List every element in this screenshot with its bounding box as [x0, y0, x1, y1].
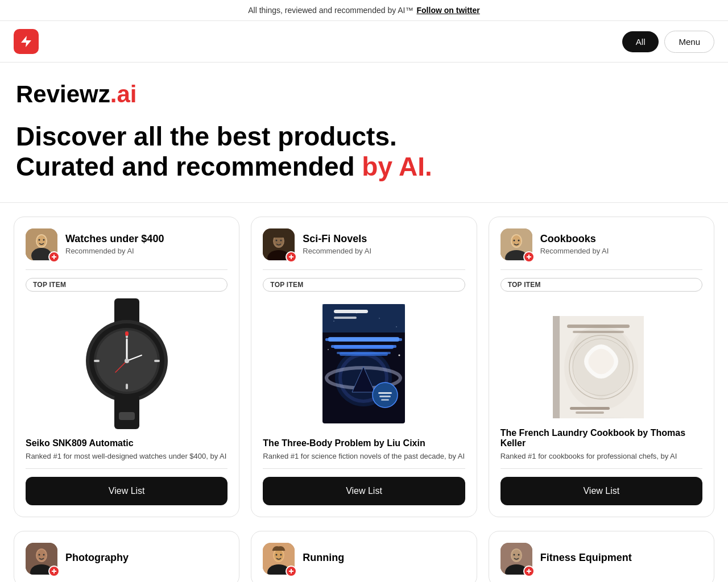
avatar-wrap-photography — [26, 543, 57, 575]
avatar-wrap-scifi — [263, 228, 295, 260]
avatar-badge-watches — [48, 251, 60, 263]
cookbooks-product-desc: Ranked #1 for cookbooks for professional… — [500, 452, 702, 460]
card-cookbooks: Cookbooks Recommended by AI TOP ITEM — [489, 217, 714, 517]
avatar-wrap-cookbooks — [500, 228, 532, 260]
top-banner: All things, reviewed and recommended by … — [0, 0, 728, 21]
headline-line1: Discover all the best products. — [16, 122, 712, 152]
svg-rect-51 — [379, 396, 391, 397]
card-watches-divider2 — [26, 468, 228, 469]
card-watches-title: Watches under $400 — [65, 233, 164, 245]
plus-icon-running — [288, 568, 294, 574]
svg-rect-47 — [334, 345, 394, 349]
avatar-badge-running — [286, 566, 297, 577]
watches-product-name: Seiko SNK809 Automatic — [26, 438, 228, 448]
svg-point-18 — [125, 359, 129, 363]
partial-card-running-header: Running — [263, 543, 465, 575]
partial-card-running-title: Running — [303, 552, 344, 564]
card-scifi-title: Sci-Fi Novels — [303, 233, 371, 245]
headline-plain: Curated and recommended — [16, 152, 362, 181]
cards-grid: Watches under $400 Recommended by AI TOP… — [0, 203, 728, 531]
plus-icon-photography — [51, 568, 57, 574]
avatar-badge-scifi — [286, 251, 297, 263]
card-cookbooks-divider1 — [500, 269, 702, 270]
top-item-badge-cookbooks: TOP ITEM — [500, 278, 702, 292]
cookbooks-view-list-btn[interactable]: View List — [500, 477, 702, 505]
svg-point-86 — [513, 554, 515, 555]
svg-point-33 — [328, 349, 329, 350]
card-watches-info: Watches under $400 Recommended by AI — [65, 233, 164, 255]
twitter-follow-link[interactable]: Follow on twitter — [417, 6, 480, 15]
plus-icon-fitness — [526, 568, 532, 574]
scifi-book-svg — [322, 304, 405, 423]
watches-view-list-btn[interactable]: View List — [26, 477, 228, 505]
card-watches-image — [26, 298, 228, 429]
svg-point-26 — [276, 239, 278, 241]
svg-point-74 — [39, 554, 40, 555]
card-scifi-image — [263, 298, 465, 429]
avatar-badge-fitness — [523, 566, 535, 577]
svg-point-27 — [280, 239, 282, 241]
svg-point-4 — [39, 239, 40, 240]
card-cookbooks-header: Cookbooks Recommended by AI — [500, 228, 702, 260]
svg-rect-67 — [570, 407, 610, 410]
partial-card-fitness-info: Fitness Equipment — [540, 552, 632, 566]
svg-point-5 — [43, 239, 45, 240]
card-scifi-divider1 — [263, 269, 465, 270]
avatar-badge-cookbooks — [523, 251, 535, 263]
svg-rect-45 — [334, 317, 357, 319]
svg-rect-12 — [126, 384, 128, 389]
top-item-badge-scifi: TOP ITEM — [263, 278, 465, 292]
svg-point-58 — [518, 239, 519, 241]
bolt-icon — [19, 35, 33, 48]
svg-rect-48 — [340, 352, 388, 356]
logo-icon[interactable] — [14, 29, 39, 54]
scifi-product-name: The Three-Body Problem by Liu Cixin — [263, 438, 465, 448]
partial-card-photography: Photography — [14, 531, 239, 582]
partial-card-fitness-title: Fitness Equipment — [540, 552, 632, 564]
card-cookbooks-divider2 — [500, 468, 702, 469]
headline-highlight: by AI. — [362, 152, 432, 181]
svg-rect-14 — [94, 360, 100, 362]
scifi-view-list-btn[interactable]: View List — [263, 477, 465, 505]
partial-card-running: Running — [251, 531, 477, 582]
card-scifi: Sci-Fi Novels Recommended by AI TOP ITEM — [251, 217, 477, 517]
plus-icon-cookbooks — [526, 254, 532, 260]
svg-point-81 — [280, 554, 282, 555]
card-watches-subtitle: Recommended by AI — [65, 247, 164, 255]
card-cookbooks-info: Cookbooks Recommended by AI — [540, 233, 609, 255]
watch-svg — [70, 298, 184, 429]
svg-rect-19 — [125, 331, 129, 336]
svg-rect-44 — [334, 310, 368, 313]
watches-product-desc: Ranked #1 for most well-designed watches… — [26, 452, 228, 460]
card-watches-header: Watches under $400 Recommended by AI — [26, 228, 228, 260]
avatar-wrap-fitness — [500, 543, 532, 575]
card-cookbooks-subtitle: Recommended by AI — [540, 247, 609, 255]
scifi-product-desc: Ranked #1 for science fiction novels of … — [263, 452, 465, 460]
avatar-badge-photography — [48, 566, 60, 577]
svg-point-87 — [518, 554, 519, 555]
avatar-wrap-running — [263, 543, 295, 575]
nav-right: All Menu — [622, 31, 714, 53]
card-watches: Watches under $400 Recommended by AI TOP… — [14, 217, 239, 517]
all-button[interactable]: All — [622, 31, 659, 52]
menu-button[interactable]: Menu — [664, 31, 714, 53]
svg-rect-63 — [567, 325, 630, 328]
bottom-grid: Photography — [0, 531, 728, 582]
svg-rect-21 — [119, 412, 135, 420]
svg-rect-68 — [576, 411, 604, 414]
svg-rect-50 — [378, 392, 392, 394]
svg-point-80 — [276, 554, 278, 555]
partial-card-photography-info: Photography — [65, 552, 129, 566]
card-watches-divider1 — [26, 269, 228, 270]
card-scifi-info: Sci-Fi Novels Recommended by AI — [303, 233, 371, 255]
card-scifi-subtitle: Recommended by AI — [303, 247, 371, 255]
top-item-badge-watches: TOP ITEM — [26, 278, 228, 292]
card-cookbooks-title: Cookbooks — [540, 233, 609, 245]
svg-point-49 — [373, 383, 398, 408]
partial-card-photography-header: Photography — [26, 543, 228, 575]
plus-icon-scifi — [288, 254, 294, 260]
svg-point-34 — [399, 354, 400, 356]
card-scifi-header: Sci-Fi Novels Recommended by AI — [263, 228, 465, 260]
svg-point-3 — [37, 235, 46, 247]
plus-icon-watches — [51, 254, 57, 260]
